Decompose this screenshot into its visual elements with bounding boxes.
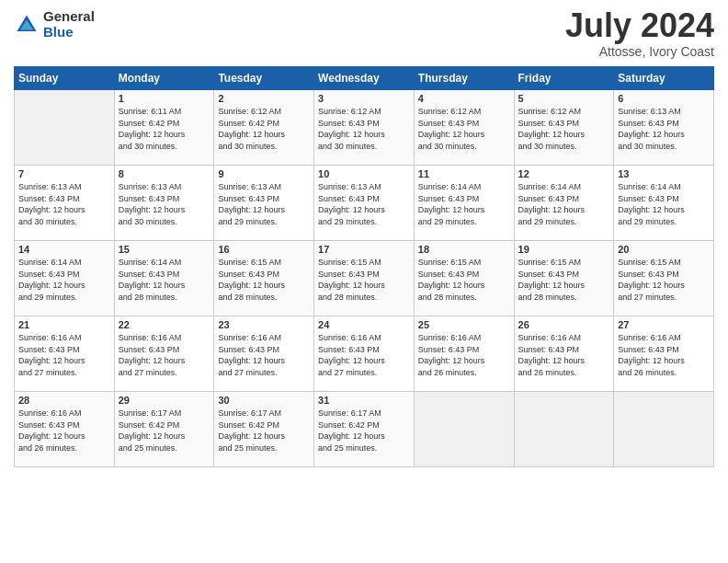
day-number: 15 bbox=[119, 244, 210, 255]
table-row bbox=[514, 392, 614, 467]
calendar-week-2: 7Sunrise: 6:13 AM Sunset: 6:43 PM Daylig… bbox=[15, 166, 714, 241]
day-number: 29 bbox=[119, 395, 210, 406]
table-row bbox=[414, 392, 514, 467]
table-row: 3Sunrise: 6:12 AM Sunset: 6:43 PM Daylig… bbox=[314, 90, 415, 166]
table-row: 20Sunrise: 6:15 AM Sunset: 6:43 PM Dayli… bbox=[614, 241, 714, 316]
table-row: 8Sunrise: 6:13 AM Sunset: 6:43 PM Daylig… bbox=[114, 166, 214, 241]
table-row: 17Sunrise: 6:15 AM Sunset: 6:43 PM Dayli… bbox=[314, 241, 415, 316]
day-info: Sunrise: 6:15 AM Sunset: 6:43 PM Dayligh… bbox=[318, 257, 410, 303]
day-number: 19 bbox=[518, 244, 610, 255]
header-wednesday: Wednesday bbox=[314, 67, 415, 90]
logo-text: General Blue bbox=[43, 9, 95, 40]
day-info: Sunrise: 6:14 AM Sunset: 6:43 PM Dayligh… bbox=[518, 181, 610, 227]
day-number: 21 bbox=[18, 319, 110, 330]
day-info: Sunrise: 6:12 AM Sunset: 6:43 PM Dayligh… bbox=[518, 106, 610, 152]
table-row: 24Sunrise: 6:16 AM Sunset: 6:43 PM Dayli… bbox=[314, 316, 415, 392]
table-row: 16Sunrise: 6:15 AM Sunset: 6:43 PM Dayli… bbox=[214, 241, 314, 316]
day-number: 14 bbox=[18, 244, 110, 255]
day-number: 24 bbox=[318, 319, 410, 330]
day-number: 26 bbox=[518, 319, 610, 330]
day-info: Sunrise: 6:16 AM Sunset: 6:43 PM Dayligh… bbox=[18, 332, 110, 378]
day-info: Sunrise: 6:13 AM Sunset: 6:43 PM Dayligh… bbox=[18, 181, 110, 227]
table-row: 2Sunrise: 6:12 AM Sunset: 6:42 PM Daylig… bbox=[214, 90, 314, 166]
table-row bbox=[614, 392, 714, 467]
day-number: 25 bbox=[418, 319, 510, 330]
calendar-week-3: 14Sunrise: 6:14 AM Sunset: 6:43 PM Dayli… bbox=[15, 241, 714, 316]
table-row: 18Sunrise: 6:15 AM Sunset: 6:43 PM Dayli… bbox=[414, 241, 514, 316]
weekday-header-row: Sunday Monday Tuesday Wednesday Thursday… bbox=[15, 67, 714, 90]
day-info: Sunrise: 6:13 AM Sunset: 6:43 PM Dayligh… bbox=[618, 106, 710, 152]
header-friday: Friday bbox=[514, 67, 614, 90]
title-block: July 2024 Attosse, Ivory Coast bbox=[565, 9, 714, 59]
header-tuesday: Tuesday bbox=[214, 67, 314, 90]
table-row: 9Sunrise: 6:13 AM Sunset: 6:43 PM Daylig… bbox=[214, 166, 314, 241]
month-title: July 2024 bbox=[565, 9, 714, 42]
logo-icon bbox=[14, 12, 40, 38]
day-number: 2 bbox=[218, 93, 310, 104]
day-info: Sunrise: 6:13 AM Sunset: 6:43 PM Dayligh… bbox=[218, 181, 310, 227]
calendar-week-1: 1Sunrise: 6:11 AM Sunset: 6:42 PM Daylig… bbox=[15, 90, 714, 166]
day-info: Sunrise: 6:14 AM Sunset: 6:43 PM Dayligh… bbox=[18, 257, 110, 303]
day-number: 20 bbox=[618, 244, 710, 255]
table-row: 30Sunrise: 6:17 AM Sunset: 6:42 PM Dayli… bbox=[214, 392, 314, 467]
table-row: 11Sunrise: 6:14 AM Sunset: 6:43 PM Dayli… bbox=[414, 166, 514, 241]
logo: General Blue bbox=[14, 9, 95, 40]
table-row: 23Sunrise: 6:16 AM Sunset: 6:43 PM Dayli… bbox=[214, 316, 314, 392]
table-row: 7Sunrise: 6:13 AM Sunset: 6:43 PM Daylig… bbox=[15, 166, 115, 241]
day-number: 18 bbox=[418, 244, 510, 255]
logo-general: General bbox=[43, 9, 95, 25]
day-info: Sunrise: 6:17 AM Sunset: 6:42 PM Dayligh… bbox=[119, 408, 210, 454]
header-monday: Monday bbox=[114, 67, 214, 90]
header-saturday: Saturday bbox=[614, 67, 714, 90]
day-number: 3 bbox=[318, 93, 410, 104]
day-info: Sunrise: 6:12 AM Sunset: 6:42 PM Dayligh… bbox=[218, 106, 310, 152]
table-row: 26Sunrise: 6:16 AM Sunset: 6:43 PM Dayli… bbox=[514, 316, 614, 392]
table-row: 1Sunrise: 6:11 AM Sunset: 6:42 PM Daylig… bbox=[114, 90, 214, 166]
day-info: Sunrise: 6:14 AM Sunset: 6:43 PM Dayligh… bbox=[119, 257, 210, 303]
day-number: 13 bbox=[618, 168, 710, 179]
calendar-table: Sunday Monday Tuesday Wednesday Thursday… bbox=[14, 66, 714, 467]
day-number: 27 bbox=[618, 319, 710, 330]
header: General Blue July 2024 Attosse, Ivory Co… bbox=[14, 9, 714, 59]
day-info: Sunrise: 6:15 AM Sunset: 6:43 PM Dayligh… bbox=[518, 257, 610, 303]
header-sunday: Sunday bbox=[15, 67, 115, 90]
day-info: Sunrise: 6:13 AM Sunset: 6:43 PM Dayligh… bbox=[318, 181, 410, 227]
day-info: Sunrise: 6:16 AM Sunset: 6:43 PM Dayligh… bbox=[518, 332, 610, 378]
day-info: Sunrise: 6:16 AM Sunset: 6:43 PM Dayligh… bbox=[418, 332, 510, 378]
day-info: Sunrise: 6:12 AM Sunset: 6:43 PM Dayligh… bbox=[318, 106, 410, 152]
day-number: 16 bbox=[218, 244, 310, 255]
day-info: Sunrise: 6:16 AM Sunset: 6:43 PM Dayligh… bbox=[618, 332, 710, 378]
table-row: 13Sunrise: 6:14 AM Sunset: 6:43 PM Dayli… bbox=[614, 166, 714, 241]
day-number: 10 bbox=[318, 168, 410, 179]
day-info: Sunrise: 6:13 AM Sunset: 6:43 PM Dayligh… bbox=[119, 181, 210, 227]
day-info: Sunrise: 6:16 AM Sunset: 6:43 PM Dayligh… bbox=[318, 332, 410, 378]
day-info: Sunrise: 6:14 AM Sunset: 6:43 PM Dayligh… bbox=[618, 181, 710, 227]
day-number: 8 bbox=[119, 168, 210, 179]
day-number: 17 bbox=[318, 244, 410, 255]
table-row: 25Sunrise: 6:16 AM Sunset: 6:43 PM Dayli… bbox=[414, 316, 514, 392]
day-info: Sunrise: 6:16 AM Sunset: 6:43 PM Dayligh… bbox=[218, 332, 310, 378]
day-number: 4 bbox=[418, 93, 510, 104]
table-row: 12Sunrise: 6:14 AM Sunset: 6:43 PM Dayli… bbox=[514, 166, 614, 241]
day-info: Sunrise: 6:15 AM Sunset: 6:43 PM Dayligh… bbox=[218, 257, 310, 303]
day-number: 5 bbox=[518, 93, 610, 104]
day-info: Sunrise: 6:14 AM Sunset: 6:43 PM Dayligh… bbox=[418, 181, 510, 227]
day-info: Sunrise: 6:11 AM Sunset: 6:42 PM Dayligh… bbox=[119, 106, 210, 152]
calendar-week-4: 21Sunrise: 6:16 AM Sunset: 6:43 PM Dayli… bbox=[15, 316, 714, 392]
day-info: Sunrise: 6:16 AM Sunset: 6:43 PM Dayligh… bbox=[18, 408, 110, 454]
calendar-week-5: 28Sunrise: 6:16 AM Sunset: 6:43 PM Dayli… bbox=[15, 392, 714, 467]
table-row: 28Sunrise: 6:16 AM Sunset: 6:43 PM Dayli… bbox=[15, 392, 115, 467]
day-number: 1 bbox=[119, 93, 210, 104]
day-info: Sunrise: 6:17 AM Sunset: 6:42 PM Dayligh… bbox=[318, 408, 410, 454]
day-number: 31 bbox=[318, 395, 410, 406]
table-row bbox=[15, 90, 115, 166]
logo-blue: Blue bbox=[43, 25, 95, 40]
day-info: Sunrise: 6:15 AM Sunset: 6:43 PM Dayligh… bbox=[418, 257, 510, 303]
table-row: 5Sunrise: 6:12 AM Sunset: 6:43 PM Daylig… bbox=[514, 90, 614, 166]
day-number: 11 bbox=[418, 168, 510, 179]
table-row: 14Sunrise: 6:14 AM Sunset: 6:43 PM Dayli… bbox=[15, 241, 115, 316]
day-info: Sunrise: 6:16 AM Sunset: 6:43 PM Dayligh… bbox=[119, 332, 210, 378]
table-row: 22Sunrise: 6:16 AM Sunset: 6:43 PM Dayli… bbox=[114, 316, 214, 392]
day-info: Sunrise: 6:12 AM Sunset: 6:43 PM Dayligh… bbox=[418, 106, 510, 152]
day-number: 30 bbox=[218, 395, 310, 406]
